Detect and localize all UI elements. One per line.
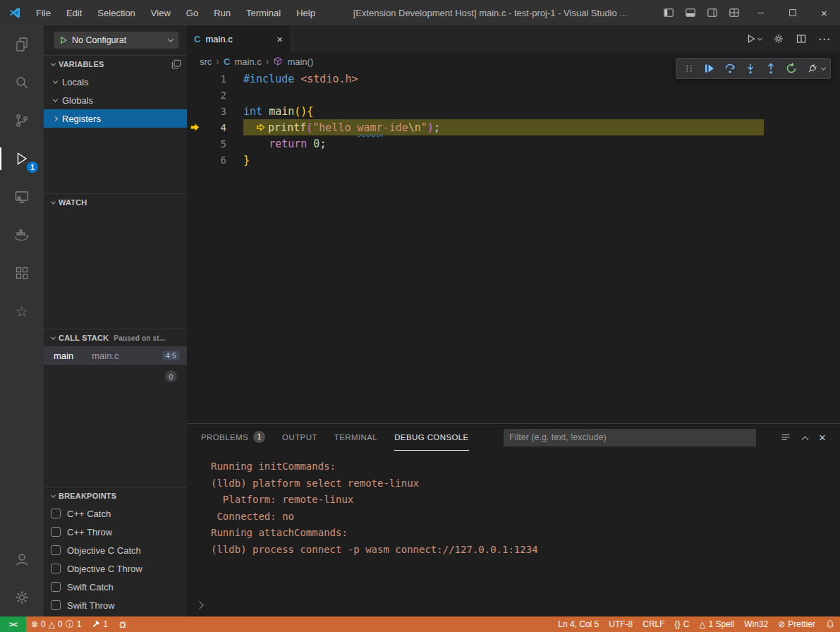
toggle-secondary-sidebar-icon[interactable] bbox=[701, 0, 723, 25]
menu-view[interactable]: View bbox=[143, 0, 178, 25]
c-file-icon: C bbox=[194, 34, 200, 44]
eol-indicator[interactable]: CRLF bbox=[638, 616, 669, 632]
breakpoints-header[interactable]: BREAKPOINTS bbox=[44, 487, 187, 504]
debug-config-dropdown[interactable]: No Configurat bbox=[54, 32, 178, 49]
checkbox[interactable] bbox=[51, 527, 61, 537]
debug-status[interactable] bbox=[113, 616, 133, 632]
output-actions-icon[interactable] bbox=[780, 432, 791, 443]
code-line[interactable]: 5 return 0; bbox=[187, 135, 840, 152]
customize-layout-icon[interactable] bbox=[723, 0, 745, 25]
checkbox[interactable] bbox=[51, 509, 61, 518]
call-stack-header[interactable]: CALL STACK Paused on st... bbox=[44, 329, 187, 346]
code-editor[interactable]: 1#include <stdio.h>23int main(){4 printf… bbox=[187, 71, 840, 423]
chevron-down-icon bbox=[51, 492, 56, 497]
menu-selection[interactable]: Selection bbox=[90, 0, 142, 25]
session-count-badge: 0 bbox=[165, 370, 177, 382]
checkbox[interactable] bbox=[51, 545, 61, 555]
problems-status[interactable]: ⊗ 0 △ 0 ⓘ 1 bbox=[26, 616, 86, 632]
checkbox[interactable] bbox=[51, 582, 61, 592]
tab-debug-console[interactable]: DEBUG CONSOLE bbox=[394, 424, 469, 451]
close-button[interactable]: × bbox=[808, 0, 840, 25]
formatter-status[interactable]: ⊘ Prettier bbox=[773, 616, 820, 632]
run-menu-button[interactable] bbox=[745, 33, 762, 44]
maximize-panel-icon[interactable] bbox=[802, 436, 809, 443]
debug-repl-input[interactable] bbox=[197, 600, 202, 610]
step-over-button[interactable] bbox=[722, 61, 738, 76]
restart-button[interactable] bbox=[784, 61, 799, 76]
tab-problems[interactable]: PROBLEMS 1 bbox=[201, 424, 265, 451]
watch-header[interactable]: WATCH bbox=[44, 194, 187, 211]
menu-help[interactable]: Help bbox=[288, 0, 323, 25]
activity-favorites[interactable]: ☆ bbox=[0, 292, 44, 330]
activity-settings[interactable] bbox=[0, 578, 44, 616]
breakpoint-objc-throw[interactable]: Objective C Throw bbox=[44, 559, 187, 578]
toggle-panel-icon[interactable] bbox=[679, 0, 701, 25]
debug-console-output: Running initCommands: (lldb) platform se… bbox=[187, 451, 840, 558]
cursor-position[interactable]: Ln 4, Col 5 bbox=[553, 616, 604, 632]
encoding-indicator[interactable]: UTF-8 bbox=[604, 616, 638, 632]
step-into-button[interactable] bbox=[743, 61, 758, 76]
build-status[interactable]: 1 bbox=[86, 616, 113, 632]
maximize-button[interactable] bbox=[777, 0, 808, 25]
activity-source-control[interactable] bbox=[0, 102, 44, 140]
disconnect-button[interactable] bbox=[804, 61, 820, 76]
bug-icon bbox=[118, 619, 128, 629]
close-panel-icon[interactable]: × bbox=[819, 432, 826, 444]
toolbar-drag-handle[interactable] bbox=[681, 61, 697, 76]
minimize-button[interactable] bbox=[745, 0, 777, 25]
tab-output[interactable]: OUTPUT bbox=[282, 424, 317, 451]
braces-icon: {} bbox=[675, 619, 681, 629]
activity-docker[interactable] bbox=[0, 216, 44, 254]
console-filter-input[interactable] bbox=[504, 429, 756, 446]
breadcrumb-file[interactable]: main.c bbox=[234, 56, 261, 67]
close-tab-icon[interactable]: × bbox=[276, 33, 283, 45]
continue-button[interactable] bbox=[702, 61, 717, 76]
code-line[interactable]: 4 printf("hello wamr-ide\n"); bbox=[187, 119, 840, 135]
breakpoint-swift-catch[interactable]: Swift Catch bbox=[44, 578, 187, 596]
platform-indicator[interactable]: Win32 bbox=[739, 616, 773, 632]
variables-item-locals[interactable]: Locals bbox=[44, 73, 187, 91]
menu-go[interactable]: Go bbox=[178, 0, 206, 25]
remote-indicator[interactable]: >< bbox=[0, 616, 26, 632]
settings-gear-button[interactable] bbox=[773, 33, 784, 44]
tab-terminal[interactable]: TERMINAL bbox=[334, 424, 377, 451]
menu-run[interactable]: Run bbox=[206, 0, 238, 25]
more-actions-button[interactable]: ⋯ bbox=[818, 32, 830, 47]
collapse-all-icon[interactable] bbox=[171, 59, 181, 69]
slash-circle-icon: ⊘ bbox=[778, 619, 785, 629]
stack-frame-row[interactable]: main main.c 4:5 bbox=[44, 346, 187, 365]
execution-pointer-icon[interactable] bbox=[187, 122, 202, 133]
notifications-bell[interactable] bbox=[820, 616, 840, 632]
breadcrumb-symbol[interactable]: main() bbox=[287, 56, 313, 67]
checkbox[interactable] bbox=[51, 600, 61, 610]
code-line[interactable]: 2 bbox=[187, 87, 840, 103]
variables-item-registers[interactable]: Registers bbox=[44, 109, 187, 128]
chevron-down-icon[interactable] bbox=[821, 65, 826, 70]
breakpoint-cpp-catch[interactable]: C++ Catch bbox=[44, 504, 187, 523]
toggle-sidebar-icon[interactable] bbox=[657, 0, 679, 25]
variables-item-globals[interactable]: Globals bbox=[44, 91, 187, 109]
code-line[interactable]: 6} bbox=[187, 152, 840, 168]
activity-run-debug[interactable]: 1 bbox=[0, 140, 44, 178]
step-out-button[interactable] bbox=[763, 61, 779, 76]
spell-checker-status[interactable]: △ 1 Spell bbox=[694, 616, 739, 632]
breakpoint-objc-catch[interactable]: Objective C Catch bbox=[44, 541, 187, 559]
activity-explorer[interactable] bbox=[0, 25, 44, 63]
activity-search[interactable] bbox=[0, 63, 44, 102]
menu-terminal[interactable]: Terminal bbox=[238, 0, 288, 25]
breakpoint-swift-throw[interactable]: Swift Throw bbox=[44, 596, 187, 614]
variables-header[interactable]: VARIABLES bbox=[44, 56, 187, 73]
activity-remote-explorer[interactable] bbox=[0, 178, 44, 216]
panel-header: PROBLEMS 1 OUTPUT TERMINAL DEBUG CONSOLE… bbox=[187, 424, 840, 451]
activity-extensions[interactable] bbox=[0, 254, 44, 292]
language-mode[interactable]: {} C bbox=[670, 616, 695, 632]
code-line[interactable]: 3int main(){ bbox=[187, 103, 840, 119]
split-editor-button[interactable] bbox=[796, 33, 807, 44]
breakpoint-cpp-throw[interactable]: C++ Throw bbox=[44, 523, 187, 541]
breadcrumb-folder[interactable]: src bbox=[200, 56, 212, 67]
activity-account[interactable] bbox=[0, 540, 44, 578]
checkbox[interactable] bbox=[51, 564, 61, 573]
menu-edit[interactable]: Edit bbox=[59, 0, 90, 25]
tab-main-c[interactable]: C main.c × bbox=[187, 25, 290, 52]
menu-file[interactable]: File bbox=[28, 0, 59, 25]
